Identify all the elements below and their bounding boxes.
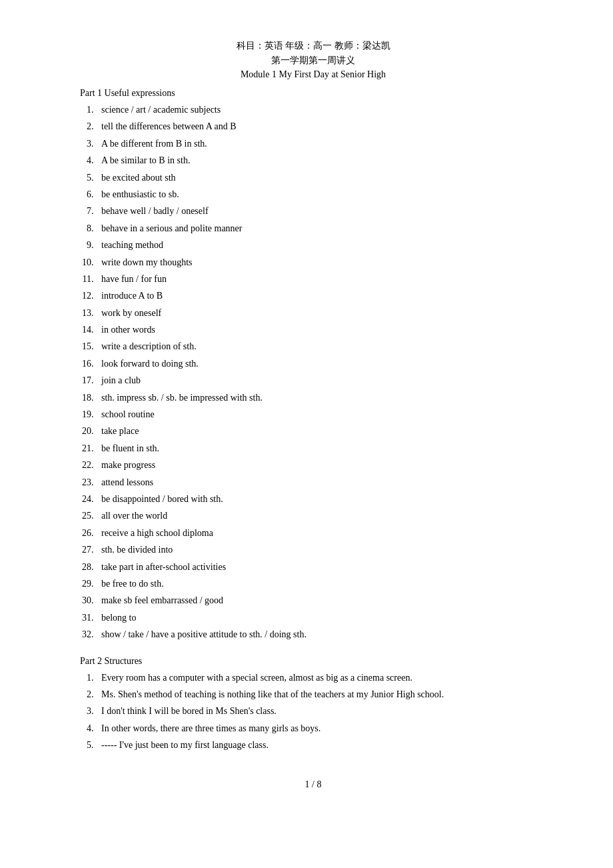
list-item: have fun / for fun — [96, 272, 546, 287]
list-item: be disappointed / bored with sth. — [96, 492, 546, 507]
list-item: in other words — [96, 323, 546, 337]
list-item: be enthusiastic to sb. — [96, 187, 546, 202]
part1-list: science / art / academic subjectstell th… — [80, 103, 546, 643]
list-item: make progress — [96, 458, 546, 473]
list-item: I don't think I will be bored in Ms Shen… — [96, 704, 546, 719]
list-item: all over the world — [96, 509, 546, 523]
list-item: tell the differences between A and B — [96, 119, 546, 134]
list-item: introduce A to B — [96, 289, 546, 303]
list-item: sth. be divided into — [96, 543, 546, 557]
list-item: be excited about sth — [96, 171, 546, 185]
list-item: make sb feel embarrassed / good — [96, 593, 546, 608]
list-item: ----- I've just been to my first languag… — [96, 738, 546, 753]
list-item: science / art / academic subjects — [96, 103, 546, 117]
list-item: belong to — [96, 611, 546, 625]
header-section: 科目：英语 年级：高一 教师：梁达凯 第一学期第一周讲义 Module 1 My… — [80, 40, 546, 80]
list-item: be free to do sth. — [96, 577, 546, 591]
list-item: attend lessons — [96, 475, 546, 490]
list-item: In other words, there are three times as… — [96, 721, 546, 736]
header-line3: Module 1 My First Day at Senior High — [80, 69, 546, 80]
list-item: school routine — [96, 407, 546, 422]
list-item: be fluent in sth. — [96, 441, 546, 456]
part2-section: Part 2 Structures Every room has a compu… — [80, 656, 546, 753]
list-item: join a club — [96, 373, 546, 388]
list-item: behave well / badly / oneself — [96, 204, 546, 219]
list-item: Ms. Shen's method of teaching is nothing… — [96, 687, 546, 702]
list-item: teaching method — [96, 238, 546, 253]
header-line1: 科目：英语 年级：高一 教师：梁达凯 — [80, 40, 546, 52]
part2-list: Every room has a computer with a special… — [80, 671, 546, 753]
list-item: receive a high school diploma — [96, 526, 546, 541]
list-item: show / take / have a positive attitude t… — [96, 627, 546, 642]
list-item: write down my thoughts — [96, 255, 546, 270]
list-item: write a description of sth. — [96, 339, 546, 354]
list-item: take part in after-school activities — [96, 560, 546, 575]
part2-heading: Part 2 Structures — [80, 656, 546, 667]
list-item: look forward to doing sth. — [96, 357, 546, 371]
part1-heading: Part 1 Useful expressions — [80, 88, 546, 99]
list-item: take place — [96, 424, 546, 439]
list-item: Every room has a computer with a special… — [96, 671, 546, 685]
page-footer: 1 / 8 — [80, 779, 546, 790]
list-item: behave in a serious and polite manner — [96, 221, 546, 236]
list-item: sth. impress sb. / sb. be impressed with… — [96, 391, 546, 405]
part1-section: Part 1 Useful expressions science / art … — [80, 88, 546, 643]
list-item: A be similar to B in sth. — [96, 153, 546, 168]
list-item: A be different from B in sth. — [96, 137, 546, 151]
header-line2: 第一学期第一周讲义 — [80, 55, 546, 67]
list-item: work by oneself — [96, 306, 546, 321]
